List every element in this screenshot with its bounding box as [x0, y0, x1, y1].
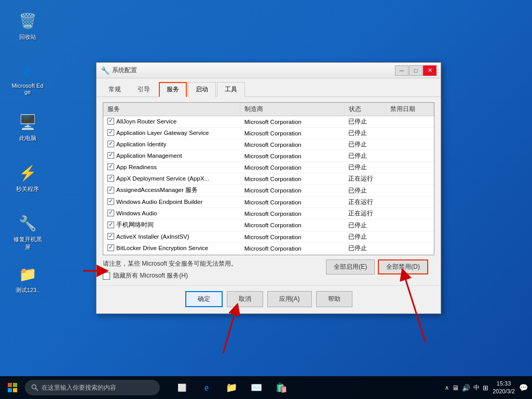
service-name: AllJoyn Router Service [103, 116, 240, 128]
service-status: 正在运行 [344, 197, 386, 208]
taskbar-edge[interactable]: e [195, 376, 218, 399]
start-button[interactable] [0, 376, 25, 399]
table-row[interactable]: Application Layer Gateway ServiceMicroso… [103, 128, 434, 139]
svg-line-2 [223, 309, 236, 353]
close-button[interactable]: ✕ [423, 65, 436, 76]
taskbar-mail[interactable]: ✉️ [245, 376, 268, 399]
col-service: 服务 [103, 103, 240, 116]
taskbar-chevron[interactable]: ∧ [445, 384, 449, 391]
taskbar-network-icon[interactable]: 🖥 [452, 384, 459, 392]
svg-rect-5 [13, 383, 17, 387]
table-row[interactable]: BitLocker Drive Encryption ServiceMicros… [103, 243, 434, 254]
table-row[interactable]: Application IdentityMicrosoft Corporatio… [103, 139, 434, 150]
service-name: Application Layer Gateway Service [103, 128, 240, 139]
service-checkbox-6[interactable] [107, 187, 114, 194]
titlebar-buttons: ─ □ ✕ [395, 65, 436, 76]
taskbar-volume-icon[interactable]: 🔊 [462, 384, 470, 392]
service-date [386, 243, 434, 254]
service-date [386, 139, 434, 150]
service-vendor: Microsoft Corporation [240, 254, 345, 256]
table-row[interactable]: Application ManagementMicrosoft Corporat… [103, 150, 434, 162]
col-status: 状态 [344, 103, 386, 116]
service-name: ActiveX Installer (AxInstSV) [103, 231, 240, 243]
service-status: 正在运行 [344, 173, 386, 185]
apply-button[interactable]: 应用(A) [267, 291, 312, 307]
service-vendor: Microsoft Corporation [240, 128, 345, 139]
taskbar: 在这里输入你要搜索的内容 ⬜ e 📁 ✉️ 🛍️ ∧ 🖥 🔊 中 ⊞ 15:33… [0, 376, 532, 399]
service-status: 正在运行 [344, 208, 386, 219]
table-row[interactable]: Base Filtering EngineMicrosoft Corporati… [103, 254, 434, 256]
taskbar-notification[interactable]: 💬 [519, 383, 528, 392]
tab-general[interactable]: 常规 [101, 82, 129, 97]
tab-services[interactable]: 服务 [159, 82, 187, 97]
task-view-button[interactable]: ⬜ [170, 376, 193, 399]
service-name: Windows Audio Endpoint Builder [103, 197, 240, 208]
service-name: BitLocker Drive Encryption Service [103, 243, 240, 254]
table-row[interactable]: App ReadinessMicrosoft Corporation已停止 [103, 162, 434, 173]
service-checkbox-3[interactable] [107, 152, 114, 159]
service-checkbox-11[interactable] [107, 244, 114, 251]
taskbar-explorer[interactable]: 📁 [220, 376, 243, 399]
service-vendor: Microsoft Corporation [240, 197, 345, 208]
table-row[interactable]: AssignedAccessManager 服务Microsoft Corpor… [103, 185, 434, 197]
maximize-button[interactable]: □ [409, 65, 422, 76]
search-placeholder: 在这里输入你要搜索的内容 [42, 384, 116, 392]
tab-boot[interactable]: 引导 [130, 82, 158, 97]
service-date [386, 185, 434, 197]
help-button[interactable]: 帮助 [316, 291, 352, 307]
ms-edge-icon[interactable]: e Microsoft Edge [9, 57, 46, 97]
taskbar-store[interactable]: 🛍️ [270, 376, 293, 399]
minimize-button[interactable]: ─ [395, 65, 408, 76]
service-checkbox-1[interactable] [107, 129, 114, 136]
table-row[interactable]: Windows AudioMicrosoft Corporation正在运行 [103, 208, 434, 219]
dialog-icon: 🔧 [101, 66, 109, 75]
shortcut1-icon[interactable]: ⚡ 秒关程序 [9, 160, 46, 195]
table-row[interactable]: Windows Audio Endpoint BuilderMicrosoft … [103, 197, 434, 208]
service-date [386, 254, 434, 256]
table-row[interactable]: ActiveX Installer (AxInstSV)Microsoft Co… [103, 231, 434, 243]
taskbar-grid-icon[interactable]: ⊞ [483, 384, 488, 392]
table-row[interactable]: 手机网络时间Microsoft Corporation已停止 [103, 219, 434, 231]
service-vendor: Microsoft Corporation [240, 139, 345, 150]
windows-logo-icon [8, 383, 17, 392]
table-row[interactable]: AllJoyn Router ServiceMicrosoft Corporat… [103, 116, 434, 128]
taskbar-right: ∧ 🖥 🔊 中 ⊞ 15:33 2020/3/2 💬 [445, 380, 532, 396]
taskbar-ime[interactable]: 中 [473, 383, 480, 392]
disable-all-button[interactable]: 全部禁用(D) [378, 259, 428, 274]
folder1-icon[interactable]: 📁 测试123.. [9, 261, 46, 296]
dialog-tabs: 常规 引导 服务 启动 工具 [97, 78, 441, 97]
this-pc-icon[interactable]: 🖥️ 此电脑 [9, 109, 46, 144]
enable-all-button[interactable]: 全部启用(E) [326, 259, 375, 274]
enable-disable-row: 全部启用(E) 全部禁用(D) [326, 259, 428, 274]
tab-tools[interactable]: 工具 [217, 82, 245, 97]
service-checkbox-2[interactable] [107, 141, 114, 147]
service-checkbox-8[interactable] [107, 210, 114, 216]
shortcut2-icon[interactable]: 🔧 修复开机黑屏 [9, 210, 46, 253]
taskbar-system-icons: ∧ 🖥 🔊 中 ⊞ [445, 383, 488, 392]
service-checkbox-10[interactable] [107, 233, 114, 240]
service-vendor: Microsoft Corporation [240, 162, 345, 173]
hide-ms-checkbox[interactable] [103, 272, 110, 280]
services-table-container[interactable]: 服务 制造商 状态 禁用日期 AllJoyn Router ServiceMic… [103, 102, 434, 255]
svg-rect-4 [8, 383, 12, 387]
ok-button[interactable]: 确定 [185, 291, 223, 307]
taskbar-search[interactable]: 在这里输入你要搜索的内容 [25, 380, 160, 395]
system-config-dialog: 🔧 系统配置 ─ □ ✕ 常规 引导 服务 启动 工具 服务 [96, 62, 441, 314]
service-checkbox-5[interactable] [107, 175, 114, 182]
service-status: 已停止 [344, 243, 386, 254]
service-checkbox-9[interactable] [107, 222, 114, 228]
table-row[interactable]: AppX Deployment Service (AppX...Microsof… [103, 173, 434, 185]
service-status: 已停止 [344, 116, 386, 128]
col-date: 禁用日期 [386, 103, 434, 116]
svg-rect-7 [13, 388, 17, 392]
service-name: Application Identity [103, 139, 240, 150]
cancel-button[interactable]: 取消 [227, 291, 263, 307]
recycle-bin-icon[interactable]: 🗑️ 回收站 [9, 8, 46, 43]
service-checkbox-7[interactable] [107, 198, 114, 205]
service-checkbox-0[interactable] [107, 118, 114, 125]
tab-startup[interactable]: 启动 [188, 82, 216, 97]
service-date [386, 173, 434, 185]
service-date [386, 231, 434, 243]
taskbar-clock[interactable]: 15:33 2020/3/2 [493, 380, 515, 396]
service-checkbox-4[interactable] [107, 163, 114, 170]
